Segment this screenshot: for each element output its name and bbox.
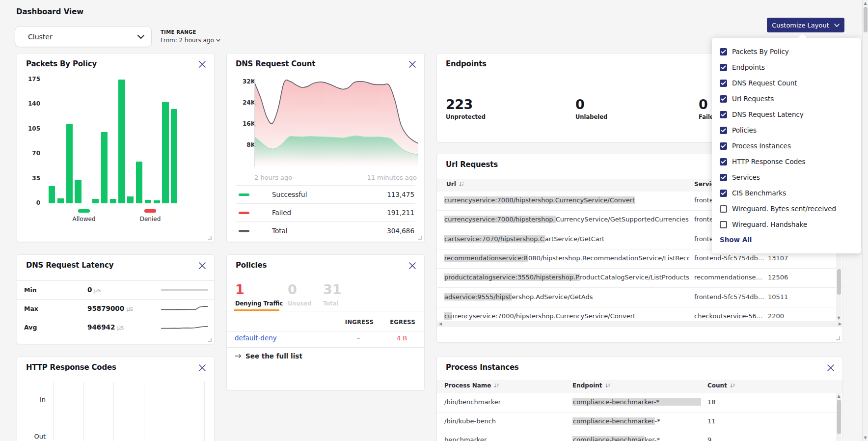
legend-swatch	[144, 209, 156, 213]
menu-item[interactable]: DNS Request Latency	[720, 107, 804, 122]
checkbox[interactable]	[720, 64, 727, 71]
process-table-row: benchmarkercompliance-benchmarker-*9	[437, 431, 842, 441]
table-header: Process Name Endpoint Count	[437, 380, 842, 393]
page-title: Dashboard View	[16, 7, 83, 16]
show-all-link[interactable]: Show All	[720, 236, 752, 244]
legend-denied: Denied	[136, 209, 165, 222]
x-axis-right: 11 minutes ago	[367, 174, 417, 181]
checkbox[interactable]	[720, 80, 727, 87]
resize-handle[interactable]	[208, 338, 212, 342]
checkbox[interactable]	[720, 95, 727, 103]
card-title: Process Instances	[446, 363, 519, 372]
policy-egress-value: 4 B	[388, 334, 415, 342]
sparkline	[161, 322, 208, 333]
sparkline	[161, 285, 208, 296]
menu-item[interactable]: Process Instances	[720, 138, 791, 154]
card-title: HTTP Response Codes	[26, 363, 116, 372]
view-selector[interactable]: Cluster	[15, 26, 152, 47]
menu-item[interactable]: Policies	[720, 122, 757, 138]
checkbox[interactable]	[720, 190, 727, 197]
menu-item[interactable]: Packets By Policy	[720, 44, 789, 59]
close-icon[interactable]	[408, 60, 416, 68]
close-icon[interactable]	[198, 364, 206, 372]
chevron-down-icon	[834, 24, 840, 27]
menu-item[interactable]: Services	[720, 169, 760, 185]
close-icon[interactable]	[198, 262, 206, 270]
process-table-row: /bin/benchmarkercompliance-benchmarker-*…	[437, 393, 842, 413]
column-url[interactable]: Url	[446, 181, 464, 188]
customize-layout-button[interactable]: Customize Layout	[767, 18, 844, 32]
table-horizontal-scrollbar[interactable]: ◀ ▶	[437, 321, 843, 327]
resize-handle[interactable]	[836, 336, 840, 340]
menu-item[interactable]: Url Requests	[720, 91, 774, 107]
legend-row: Total 304,686	[236, 221, 415, 240]
time-range-value[interactable]: From: 2 hours ago	[161, 37, 220, 44]
close-icon[interactable]	[827, 364, 835, 372]
checkbox[interactable]	[720, 127, 727, 134]
stat-unprotected: 223 Unprotected	[446, 97, 486, 120]
tab-denying-traffic-count: 1	[235, 282, 244, 298]
y-label-out: Out	[27, 433, 46, 440]
column-count[interactable]: Count	[707, 382, 735, 389]
area-chart	[254, 79, 418, 166]
close-icon[interactable]	[198, 60, 206, 68]
card-title: DNS Request Latency	[26, 261, 113, 270]
checkbox[interactable]	[720, 48, 727, 55]
resize-handle[interactable]	[418, 236, 422, 240]
checkbox[interactable]	[720, 174, 727, 181]
checkbox[interactable]	[720, 158, 727, 165]
url-table-row: adservice:9555/hipstershop.AdService/Get…	[437, 288, 842, 307]
card-title: Endpoints	[446, 59, 487, 68]
tab-unused[interactable]: Unused	[288, 300, 312, 307]
y-label-in: In	[27, 396, 46, 403]
menu-item[interactable]: CIS Benchmarks	[720, 185, 786, 201]
chevron-down-icon	[216, 39, 220, 42]
resize-handle[interactable]	[208, 236, 212, 240]
chart-grid	[53, 382, 207, 441]
column-process-name[interactable]: Process Name	[444, 382, 499, 389]
divider	[227, 347, 424, 348]
legend-swatch	[78, 209, 90, 213]
checkbox[interactable]	[720, 142, 727, 150]
sort-icon	[459, 182, 464, 187]
column-endpoint[interactable]: Endpoint	[572, 382, 611, 389]
legend-row: Successful 113,475	[236, 185, 415, 203]
tab-total[interactable]: Total	[323, 300, 338, 307]
arrow-right-icon	[235, 354, 242, 358]
page-scrollbar[interactable]: ▲ ▼	[862, 0, 868, 441]
sparkline	[161, 303, 208, 314]
policy-link[interactable]: default-deny	[235, 334, 277, 342]
card-http-response-codes: HTTP Response Codes In Out	[17, 357, 215, 441]
chart-legend: Successful 113,475 Failed 191,211 Total …	[236, 185, 415, 240]
checkbox[interactable]	[720, 111, 727, 118]
url-table-row: productcatalogservice:3550/hipstershop.P…	[437, 269, 842, 288]
view-selector-value: Cluster	[28, 33, 137, 41]
divider	[227, 331, 424, 331]
stat-unlabeled: 0 Unlabeled	[575, 97, 607, 120]
sort-icon	[730, 383, 735, 388]
checkbox[interactable]	[720, 205, 727, 213]
card-title: Policies	[236, 261, 267, 270]
policy-ingress-value: –	[343, 334, 374, 342]
menu-item[interactable]: Endpoints	[720, 59, 765, 75]
process-table-row: /bin/kube-benchcompliance-benchmarker-*1…	[437, 413, 842, 432]
menu-item[interactable]: Wireguard. Bytes sent/received	[720, 201, 836, 217]
menu-item[interactable]: Wireguard. Handshake	[720, 217, 807, 232]
legend-row: Failed 191,211	[236, 203, 415, 221]
dashboard-page: Dashboard View Cluster TIME RANGE From: …	[0, 0, 868, 441]
checkbox[interactable]	[720, 221, 727, 228]
close-icon[interactable]	[408, 262, 416, 270]
menu-item[interactable]: DNS Request Count	[720, 75, 797, 91]
legend-allowed: Allowed	[69, 209, 99, 222]
x-axis-left: 2 hours ago	[254, 174, 292, 181]
table-vertical-scrollbar[interactable]: ▲	[836, 393, 841, 441]
menu-item[interactable]: HTTP Response Codes	[720, 154, 806, 169]
divider	[227, 311, 424, 311]
menu-caret	[798, 33, 807, 42]
tab-denying-traffic[interactable]: Denying Traffic	[235, 300, 283, 307]
see-full-list-link[interactable]: See the full list	[235, 352, 302, 360]
column-egress: EGRESS	[390, 319, 415, 326]
latency-row-avg: Avg 946942µs	[17, 318, 214, 336]
latency-row-min: Min 0µs	[17, 280, 214, 299]
sort-icon	[605, 383, 611, 388]
